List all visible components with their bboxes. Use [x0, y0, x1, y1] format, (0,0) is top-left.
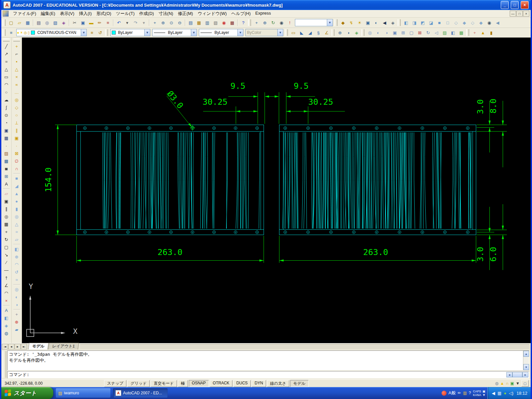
view-iso-nw-icon[interactable]: ◆ [477, 19, 485, 27]
intersect-icon[interactable]: ◑ [382, 29, 391, 37]
mdi-close-button[interactable]: × [523, 11, 529, 17]
pan-realtime-icon[interactable]: + [252, 19, 261, 27]
hatch-icon[interactable]: ▨ [2, 150, 10, 157]
view-box-right-icon[interactable]: ◪ [427, 19, 435, 27]
make-object-layer-current-icon[interactable]: ≡ [88, 29, 96, 37]
toolbar-grip[interactable] [3, 19, 6, 26]
tolerance-icon[interactable]: § [314, 29, 323, 37]
lightning-icon[interactable]: ↯ [347, 19, 355, 27]
spline-icon[interactable]: ∫ [2, 104, 10, 111]
lineweight-combo[interactable]: ByLayer▼ [199, 29, 243, 36]
view-iso-ne-icon[interactable]: ◇ [468, 19, 477, 27]
sun-icon[interactable]: ☀ [355, 19, 364, 27]
snap-center-icon[interactable]: ◎ [13, 96, 21, 104]
erase-icon[interactable]: ▱ [2, 190, 10, 198]
explode-icon[interactable]: × [2, 297, 10, 305]
snap-quadrant-icon[interactable]: ◇ [13, 104, 21, 111]
box-icon[interactable]: ■ [13, 175, 21, 182]
properties-icon[interactable]: ▤ [187, 19, 195, 27]
imprint-icon[interactable]: ◧ [449, 29, 457, 37]
sweep-icon[interactable]: ◠ [13, 261, 21, 268]
command-hscrollbar[interactable]: ◀ ▶ [506, 372, 528, 377]
scroll-down-icon[interactable]: ▼ [523, 364, 529, 370]
undo-icon[interactable]: ↶ [115, 19, 123, 27]
snap-tracking-icon[interactable]: + [13, 43, 21, 50]
view-iso-sw-icon[interactable]: ◇ [452, 19, 460, 27]
mdi-minimize-button[interactable]: ― [510, 11, 516, 17]
plotstyle-combo[interactable]: ByColor▼ [245, 29, 283, 36]
toolbar-grip[interactable] [332, 29, 334, 36]
chevron-down-icon[interactable]: ▼ [144, 29, 150, 36]
line-icon[interactable]: ╱ [2, 43, 10, 50]
status-toggle-OTRACK[interactable]: OTRACK [210, 380, 232, 387]
menu-item-8[interactable]: 寸法(N) [156, 10, 176, 17]
stretch-icon[interactable]: ↘ [2, 251, 10, 259]
toolbar-lock-icon[interactable]: ∩ [506, 381, 509, 386]
rotate-faces-icon[interactable]: ↻ [424, 29, 432, 37]
intersect2-icon[interactable]: ◑ [13, 301, 21, 309]
render-icon[interactable]: ◀ [380, 19, 389, 27]
chevron-down-icon[interactable]: ▼ [327, 19, 332, 26]
snap-endpoint-icon[interactable]: ▪ [13, 58, 21, 66]
plot-preview-icon[interactable]: ◎ [43, 19, 51, 27]
comm-warning-icon[interactable]: ▲ [500, 381, 504, 386]
orbit-icon[interactable]: ↻ [269, 19, 277, 27]
delete-faces-icon[interactable]: ⊠ [416, 29, 424, 37]
toolbar-grip[interactable] [248, 19, 251, 26]
3d-fly-icon[interactable]: ◈ [352, 29, 361, 37]
tool-palettes-icon[interactable]: ▥ [203, 19, 211, 27]
status-toggle-OSNAP[interactable]: OSNAP [189, 380, 209, 387]
snap-insert-icon[interactable]: ▣ [13, 134, 21, 142]
construction-line-icon[interactable]: ↗ [2, 50, 10, 58]
ime-mode-indicator[interactable]: A般 [449, 390, 456, 396]
snap-intersection-icon[interactable]: × [13, 73, 21, 81]
loft-icon[interactable]: ≈ [13, 276, 21, 284]
new-icon[interactable]: ▢ [7, 19, 15, 27]
snap-apparent-icon[interactable]: ∝ [13, 81, 21, 88]
3d-orbit-icon[interactable]: ◑ [344, 29, 352, 37]
light-panel-icon[interactable]: ▣ [364, 19, 372, 27]
toolbar-grip[interactable] [466, 29, 469, 36]
minimize-button[interactable]: _ [501, 1, 509, 9]
menu-item-3[interactable]: 表示(V) [58, 10, 76, 17]
linetype-combo[interactable]: ByLayer▼ [152, 29, 197, 36]
snap-midpoint-icon[interactable]: △ [13, 66, 21, 73]
menu-item-11[interactable]: ヘルプ(H) [229, 10, 253, 17]
snap-from-icon[interactable]: ⌐ [13, 50, 21, 58]
copy-clip-icon[interactable]: ▣ [79, 19, 87, 27]
view-box-left-icon[interactable]: ◩ [419, 19, 427, 27]
menu-item-5[interactable]: 形式(O) [94, 10, 114, 17]
paste-icon[interactable]: ▬ [87, 19, 95, 27]
view-box-bottom-icon[interactable]: ◨ [410, 19, 419, 27]
zoom-realtime-icon[interactable]: ⊕ [159, 19, 167, 27]
network-icon[interactable]: ▦ [497, 391, 501, 396]
trim-icon[interactable]: ∕ [2, 259, 10, 266]
polyline-icon[interactable]: ≈ [2, 58, 10, 66]
3ddwf-icon[interactable]: ◈ [60, 19, 68, 27]
gradient-icon[interactable]: ▩ [2, 157, 10, 165]
subtract2-icon[interactable]: ◐ [13, 293, 21, 301]
snap-nearest-icon[interactable]: ⊠ [13, 150, 21, 157]
snap-tangent-icon[interactable]: ○ [13, 111, 21, 119]
dim-update-icon[interactable]: ▭ [289, 29, 298, 37]
insert-block-icon[interactable]: ▣ [2, 127, 10, 134]
command-vscrollbar[interactable]: ▲ ▼ [523, 351, 529, 370]
presspull-icon[interactable]: ⊕ [13, 253, 21, 261]
extrude-faces-icon[interactable]: ▣ [391, 29, 399, 37]
task-button-1[interactable]: ▨iwamuro [56, 388, 110, 398]
status-toggle-極[interactable]: 極 [178, 380, 188, 387]
chevron-down-icon[interactable]: ▼ [237, 29, 243, 36]
publish-icon[interactable]: ▧ [51, 19, 60, 27]
sphere-icon[interactable]: ● [13, 198, 21, 205]
menu-item-7[interactable]: 作成(D) [137, 10, 156, 17]
status-menu-arrow-icon[interactable]: ▼ [516, 381, 520, 386]
3d-move-icon[interactable]: + [13, 311, 21, 318]
menu-item-1[interactable]: ファイル(F) [11, 10, 39, 17]
comm-center-icon[interactable]: ◍ [495, 381, 498, 386]
dim-style-2-icon[interactable]: ◢ [306, 29, 314, 37]
zoom-window-icon[interactable]: ⊙ [167, 19, 176, 27]
help-icon[interactable]: ? [239, 19, 247, 27]
plot-icon[interactable]: ▤ [35, 19, 43, 27]
match-properties-icon[interactable]: ✏ [95, 19, 104, 27]
ime-status-icon[interactable] [442, 391, 447, 396]
